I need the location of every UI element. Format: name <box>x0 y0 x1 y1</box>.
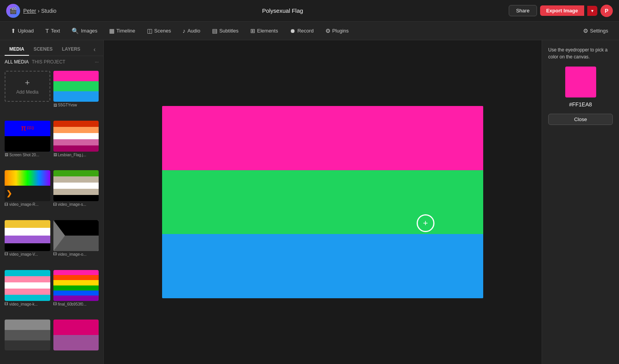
filter-all-media[interactable]: ALL MEDIA <box>5 59 29 65</box>
toolbar-scenes[interactable]: ◫ Scenes <box>142 25 176 37</box>
media-name-lesbian: Lesbian_Flag.j... <box>58 153 86 157</box>
vv4 <box>5 243 50 251</box>
file-icon-vr: 🎞 <box>5 203 8 207</box>
add-media-label: Add Media <box>16 89 38 95</box>
top-bar: 🎬 Peter › Studio Polysexual Flag Share E… <box>0 0 619 22</box>
media-item-vr[interactable]: ❯ 🎞 video_image-R... <box>5 170 50 217</box>
breadcrumb-user[interactable]: Peter <box>23 8 36 14</box>
tab-media[interactable]: MEDIA <box>5 43 29 56</box>
poly-stripe-green <box>53 81 99 92</box>
close-eyedropper-button[interactable]: Close <box>548 114 613 125</box>
export-button[interactable]: Export Image <box>540 5 584 16</box>
media-thumb-vv <box>5 220 50 251</box>
avatar-button[interactable]: P <box>600 5 613 17</box>
media-name-vr: video_image-R... <box>9 202 39 207</box>
toolbar-audio-label: Audio <box>187 28 200 34</box>
file-icon-vk: 🎞 <box>5 302 8 306</box>
add-media-thumb[interactable]: + Add Media <box>5 71 50 102</box>
filter-this-project[interactable]: THIS PROJECT <box>32 59 65 65</box>
file-icon-vo: 🎞 <box>53 252 57 256</box>
media-item-vs[interactable]: 🎞 video_image-s... <box>53 170 99 217</box>
lesbian-s5 <box>53 145 99 152</box>
screenshot-preview: π FF0 <box>5 121 50 152</box>
subtitles-icon: ▤ <box>212 27 217 34</box>
record-icon: ⏺ <box>290 27 296 34</box>
media-item-s5gtyvsw[interactable]: 🖼 S5GTYvsw <box>53 71 99 118</box>
toolbar-audio[interactable]: ♪ Audio <box>178 25 205 36</box>
breadcrumb-sep: › <box>38 8 39 14</box>
filter-more-button[interactable]: ··· <box>95 59 99 65</box>
color-display: #FF1EA8 <box>548 67 613 108</box>
toolbar-upload-label: Upload <box>18 28 34 34</box>
media-thumb-screenshot: π FF0 <box>5 121 50 152</box>
text-icon: T <box>45 27 49 34</box>
toolbar-subtitles[interactable]: ▤ Subtitles <box>207 25 243 37</box>
media-item-final[interactable]: 🎞 final_60b953f0... <box>53 270 99 317</box>
media-item-screenshot[interactable]: π FF0 🖼 Screen Shot 20... <box>5 121 50 167</box>
vs5 <box>53 195 99 201</box>
f3 <box>53 280 99 285</box>
media-item-vo[interactable]: 🎞 video_image-o... <box>53 220 99 267</box>
file-icon-ss: 🖼 <box>5 153 8 157</box>
media-item-lesbian[interactable]: 🖼 Lesbian_Flag.j... <box>53 121 99 167</box>
vk2 <box>5 276 50 282</box>
right-panel: Use the eyedropper to pick a color on th… <box>542 40 619 364</box>
vk4 <box>5 289 50 295</box>
media-label-lesbian: 🖼 Lesbian_Flag.j... <box>53 153 99 157</box>
toolbar-settings[interactable]: ⚙ Settings <box>578 25 613 37</box>
vk1 <box>5 270 50 276</box>
toolbar-settings-label: Settings <box>590 28 608 34</box>
media-name-s5gtyvsw: S5GTYvsw <box>58 103 77 107</box>
media-label-vs: 🎞 video_image-s... <box>53 202 99 207</box>
vv1 <box>5 220 50 228</box>
toolbar-images[interactable]: 🔍 Images <box>67 25 102 37</box>
toolbar-plugins[interactable]: ⚙ Plugins <box>321 25 354 37</box>
breadcrumb-area: 🎬 Peter › Studio <box>6 4 56 18</box>
media-label-vk: 🎞 video_image-k... <box>5 302 50 306</box>
toolbar-record[interactable]: ⏺ Record <box>285 25 318 36</box>
media-item-bottom[interactable] <box>5 320 50 361</box>
toolbar-elements-label: Elements <box>257 28 278 34</box>
toolbar: ⬆ Upload T Text 🔍 Images ▦ Timeline ◫ Sc… <box>0 22 619 40</box>
plugins-icon: ⚙ <box>325 27 330 34</box>
toolbar-text[interactable]: T Text <box>41 25 65 36</box>
add-media-item[interactable]: + Add Media <box>5 71 50 118</box>
media-item-vv[interactable]: 🎞 video_image-V... <box>5 220 50 267</box>
media-name-screenshot: Screen Shot 20... <box>9 153 39 157</box>
ffo-text: FF0 <box>27 126 34 130</box>
media-label-screenshot: 🖼 Screen Shot 20... <box>5 153 50 157</box>
sidebar: MEDIA SCENES LAYERS ‹ ALL MEDIA THIS PRO… <box>0 40 104 364</box>
settings-icon: ⚙ <box>583 27 588 34</box>
export-caret-button[interactable]: ▾ <box>587 6 597 16</box>
lesbian-s1 <box>53 121 99 127</box>
tab-layers[interactable]: LAYERS <box>57 43 85 56</box>
canvas-wrapper: + <box>162 106 483 298</box>
share-button[interactable]: Share <box>509 5 537 16</box>
vir-preview: ❯ <box>5 170 50 201</box>
toolbar-timeline[interactable]: ▦ Timeline <box>104 25 140 37</box>
document-title: Polysexual Flag <box>61 7 504 14</box>
vs1 <box>53 170 99 176</box>
canvas[interactable] <box>162 106 483 298</box>
lesbian-s4 <box>53 139 99 145</box>
toolbar-elements[interactable]: ⊞ Elements <box>246 25 283 37</box>
poly-stripe-blue <box>53 91 99 102</box>
color-preview-swatch <box>565 67 596 97</box>
media-name-vv: video_image-V... <box>9 252 38 256</box>
sidebar-collapse-button[interactable]: ‹ <box>91 44 99 55</box>
media-label-vo: 🎞 video_image-o... <box>53 252 99 256</box>
media-label-vr: 🎞 video_image-R... <box>5 202 50 207</box>
toolbar-scenes-label: Scenes <box>154 28 171 34</box>
audio-icon: ♪ <box>183 27 186 34</box>
media-thumb-bottom <box>5 320 50 350</box>
sidebar-filter: ALL MEDIA THIS PROJECT ··· <box>0 56 103 68</box>
media-label-vv: 🎞 video_image-V... <box>5 252 50 256</box>
images-icon: 🔍 <box>72 27 79 34</box>
toolbar-subtitles-label: Subtitles <box>219 28 239 34</box>
media-name-final: final_60b953f0... <box>58 302 87 306</box>
tab-scenes[interactable]: SCENES <box>29 43 57 56</box>
toolbar-upload[interactable]: ⬆ Upload <box>6 25 38 37</box>
media-item-vk[interactable]: 🎞 video_image-k... <box>5 270 50 317</box>
media-item-partial[interactable] <box>53 320 99 361</box>
vis-preview <box>53 170 99 201</box>
